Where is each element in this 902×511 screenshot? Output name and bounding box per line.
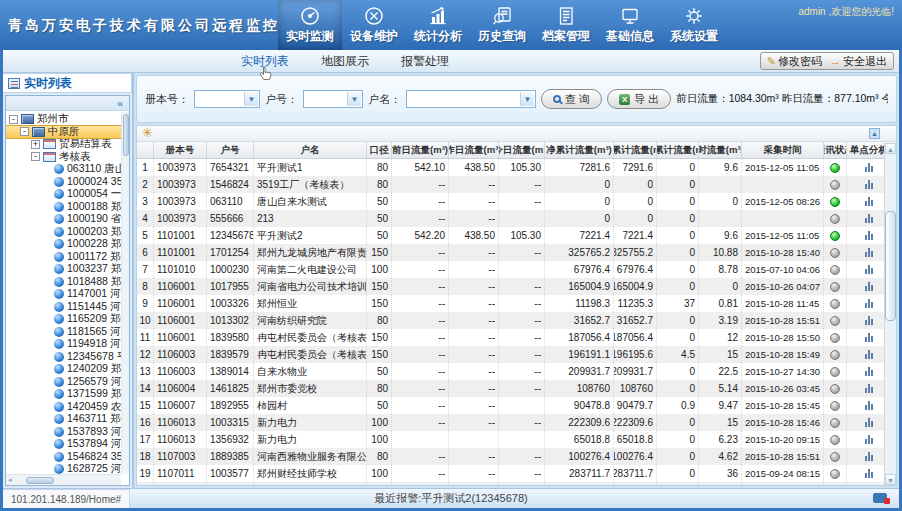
analysis-chart-icon[interactable] — [865, 401, 873, 410]
tree-node[interactable]: 1000188 郑州金鱼 — [6, 201, 121, 214]
tree-node[interactable]: 贸易结算表 — [6, 138, 121, 151]
analysis-chart-icon[interactable] — [865, 384, 873, 393]
tree-node[interactable]: 1000190 省纺机 — [6, 213, 121, 226]
refresh-flower-icon[interactable]: ✳ — [142, 125, 153, 140]
analysis-chart-icon[interactable] — [865, 435, 873, 444]
column-header-comm-status[interactable]: 通讯状态 — [824, 142, 847, 158]
table-row[interactable]: 3 1003973 063110 唐山自来水测试 50 -- -- -- 0 0 — [137, 193, 884, 210]
grid-vertical-scrollbar[interactable]: ▲ ▼ — [884, 143, 896, 485]
nav-item-realtime-monitor[interactable]: 实时监测 — [278, 0, 342, 50]
nav-item-system-settings[interactable]: 系统设置 — [662, 0, 726, 50]
tree-vertical-scrollbar[interactable] — [121, 112, 129, 474]
book-number-select[interactable]: ▼ — [194, 90, 260, 108]
column-header-account[interactable]: 户号 — [207, 142, 254, 158]
tree-node[interactable]: 1463711 郑州荣成 — [6, 413, 121, 426]
table-row[interactable]: 2 1003973 1546824 3519工厂（考核表） 80 -- -- -… — [137, 176, 884, 193]
tree-node[interactable]: 1001172 郑州商业 — [6, 251, 121, 264]
change-password-button[interactable]: ✎修改密码 — [767, 54, 822, 69]
tree-horizontal-scrollbar[interactable]: ◂ — [6, 474, 121, 485]
column-header-positive-total[interactable]: 正累计流量(m³) — [614, 142, 657, 158]
table-row[interactable]: 18 1107003 1889385 河南西雅物业服务有限公司 80 -- --… — [137, 448, 884, 465]
table-row[interactable]: 17 1106013 1356932 新力电力 100 65018.8 6501… — [137, 431, 884, 448]
table-row[interactable]: 19 1107011 1003577 郑州财经技师学校 100 -- -- --… — [137, 465, 884, 482]
account-number-select[interactable]: ▼ — [303, 90, 363, 108]
nav-item-archive[interactable]: 档案管理 — [534, 0, 598, 50]
tree-node[interactable]: 1003237 郑州齿轮 — [6, 263, 121, 276]
analysis-chart-icon[interactable] — [865, 469, 873, 478]
tree-node[interactable]: 1018488 郑州梦园 — [6, 276, 121, 289]
analysis-chart-icon[interactable] — [865, 299, 873, 308]
nav-item-device-maintenance[interactable]: 设备维护 — [342, 0, 406, 50]
tree-node[interactable]: 1371599 郑州水工 — [6, 388, 121, 401]
tree-node[interactable]: 1256579 河南鑫苑 — [6, 376, 121, 389]
table-row[interactable]: 12 1106003 1839579 冉屯村民委员会（考核表） 150 -- -… — [137, 346, 884, 363]
tree-node[interactable]: 1151445 河南思达 — [6, 301, 121, 314]
tree-node[interactable]: 郑州市 — [6, 113, 121, 126]
export-button[interactable]: 导 出 — [607, 89, 671, 109]
tree-node[interactable]: 1000203 郑州中原 — [6, 226, 121, 239]
customer-name-select[interactable]: ▼ — [406, 90, 536, 108]
tree-node[interactable]: 1240209 郑州铁路 — [6, 363, 121, 376]
column-header-collect-time[interactable]: 采集时间 — [742, 142, 824, 158]
tree-node[interactable]: 1628725 河南省五 — [6, 463, 121, 474]
logout-button[interactable]: →安全退出 — [830, 54, 887, 69]
table-row[interactable]: 1 1003973 7654321 平升测试1 80 542.10 438.50… — [137, 159, 884, 176]
analysis-chart-icon[interactable] — [865, 163, 873, 172]
table-row[interactable]: 16 1106013 1003315 新力电力 100 -- -- -- 222… — [137, 414, 884, 431]
table-row[interactable]: 13 1106003 1389014 自来水物业 50 -- -- -- 209… — [137, 363, 884, 380]
tree-node[interactable]: 考核表 — [6, 151, 121, 164]
column-header-name[interactable]: 户名 — [254, 142, 367, 158]
tree-toggle-icon[interactable] — [31, 152, 40, 161]
column-header-today-flow[interactable]: 今日流量(m³) — [499, 142, 545, 158]
analysis-chart-icon[interactable] — [865, 248, 873, 257]
scroll-up-arrow[interactable]: ▲ — [885, 143, 896, 154]
chevron-down-icon[interactable]: ▼ — [244, 92, 258, 106]
tree-node[interactable]: 1420459 农行物业 — [6, 401, 121, 414]
tree-node[interactable]: 中原所 — [6, 126, 121, 139]
table-row[interactable]: 14 1106004 1461825 郑州市委党校 80 -- -- -- 10… — [137, 380, 884, 397]
analysis-chart-icon[interactable] — [865, 418, 873, 427]
table-row[interactable]: 9 1106001 1003326 郑州恒业 150 -- -- -- 1119… — [137, 295, 884, 312]
tree-node[interactable]: 12345678 平升测试 — [6, 351, 121, 364]
tree-node[interactable]: 1000054 一条（考 — [6, 188, 121, 201]
sidebar-collapse-button[interactable]: « — [6, 96, 129, 111]
analysis-chart-icon[interactable] — [865, 333, 873, 342]
grid-scrollbar-thumb[interactable] — [885, 211, 896, 321]
column-header-instant-flow[interactable]: 瞬时流量(m³/h) — [699, 142, 742, 158]
analysis-chart-icon[interactable] — [865, 367, 873, 376]
scroll-down-arrow[interactable]: ▼ — [885, 474, 896, 485]
table-row[interactable]: 5 1101001 12345678 平升测试2 50 542.20 438.5… — [137, 227, 884, 244]
table-row[interactable]: 15 1106007 1892955 柿园村 50 -- -- 90478.8 … — [137, 397, 884, 414]
analysis-chart-icon[interactable] — [865, 231, 873, 240]
search-button[interactable]: 查 询 — [541, 89, 602, 109]
analysis-chart-icon[interactable] — [865, 180, 873, 189]
column-header-book[interactable]: 册本号 — [154, 142, 207, 158]
nav-item-history-query[interactable]: 历史查询 — [470, 0, 534, 50]
table-row[interactable]: 8 1106001 1017955 河南省电力公司技术培训中心 150 -- -… — [137, 278, 884, 295]
column-header-diameter[interactable]: 口径 — [367, 142, 392, 158]
scroll-left-arrow[interactable]: ◂ — [6, 476, 14, 484]
table-row[interactable]: 20 1111001 1638495 郑州市第九人民医院 80 -- -- --… — [137, 482, 884, 485]
tree-scrollbar-thumb[interactable] — [123, 114, 129, 156]
analysis-chart-icon[interactable] — [865, 197, 873, 206]
tree-toggle-icon[interactable] — [31, 140, 40, 149]
table-row[interactable]: 4 1003973 555666 213 50 -- -- 0 0 0 — [137, 210, 884, 227]
tree-node[interactable]: 1537894 河南洲海 — [6, 438, 121, 451]
tree-hscrollbar-thumb[interactable] — [26, 477, 54, 484]
chevron-down-icon[interactable]: ▼ — [520, 92, 534, 106]
analysis-chart-icon[interactable] — [865, 452, 873, 461]
nav-item-statistics[interactable]: 统计分析 — [406, 0, 470, 50]
analysis-chart-icon[interactable] — [865, 214, 873, 223]
tree-node[interactable]: 1165209 郑州市城 — [6, 313, 121, 326]
analysis-chart-icon[interactable] — [865, 316, 873, 325]
column-header-yesterday-flow[interactable]: 昨日流量(m³) — [449, 142, 499, 158]
tree-node[interactable]: 1181565 河南康城 — [6, 326, 121, 339]
tab-alarm-handling[interactable]: 报警处理 — [401, 53, 449, 70]
table-row[interactable]: 6 1101001 1701254 郑州九龙城房地产有限责任公司（1 150 -… — [137, 244, 884, 261]
column-header-rownum[interactable] — [137, 142, 154, 158]
tree-node[interactable]: 1147001 河南思达 — [6, 288, 121, 301]
table-row[interactable]: 11 1106001 1839580 冉屯村民委员会（考核表） 150 -- -… — [137, 329, 884, 346]
analysis-chart-icon[interactable] — [865, 282, 873, 291]
tree-node[interactable]: 1000024 3519工厂 — [6, 176, 121, 189]
tree-node[interactable]: 1000228 郑州市二 — [6, 238, 121, 251]
